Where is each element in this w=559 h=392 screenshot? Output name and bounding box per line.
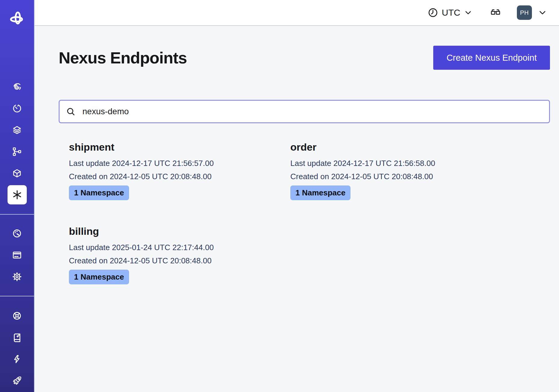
book-sparkles-icon — [12, 332, 22, 342]
endpoint-last-update: Last update 2025-01-24 UTC 22:17:44.00 — [69, 241, 290, 254]
labs-toggle-button[interactable] — [489, 7, 502, 18]
endpoint-card-billing[interactable]: billing Last update 2025-01-24 UTC 22:17… — [69, 225, 290, 284]
endpoint-name: order — [290, 141, 512, 153]
namespace-badge: 1 Namespace — [69, 270, 129, 284]
sidebar-divider — [0, 214, 34, 215]
temporal-logo-icon — [9, 11, 25, 26]
sidebar-item-graph[interactable] — [0, 141, 34, 162]
endpoint-last-update: Last update 2024-12-17 UTC 21:56:58.00 — [290, 157, 512, 170]
sidebar-item-rocket[interactable] — [0, 370, 34, 391]
sidebar-item-gauge[interactable] — [0, 222, 34, 244]
timer-icon — [12, 103, 22, 113]
sidebar-item-credit-card[interactable] — [0, 244, 34, 266]
sidebar-nav-help — [0, 305, 34, 391]
endpoint-search — [59, 100, 550, 123]
sidebar-item-book-sparkles[interactable] — [0, 326, 34, 348]
endpoint-name: shipment — [69, 141, 290, 153]
endpoint-card-grid: shipment Last update 2024-12-17 UTC 21:5… — [69, 141, 550, 284]
app-window: UTC PH — [0, 0, 559, 392]
clock-icon — [428, 8, 438, 18]
endpoint-name: billing — [69, 225, 290, 237]
graph-icon — [12, 147, 22, 157]
cube-icon — [12, 168, 22, 178]
layers-icon — [12, 125, 22, 135]
search-input[interactable] — [59, 100, 550, 123]
user-menu[interactable]: PH — [517, 5, 547, 20]
sidebar — [0, 0, 35, 392]
sidebar-active-tile — [8, 185, 27, 204]
gear-icon — [12, 272, 22, 282]
sidebar-item-gear[interactable] — [0, 266, 34, 287]
endpoint-created-on: Created on 2024-12-05 UTC 20:08:48.00 — [290, 170, 512, 183]
credit-card-icon — [12, 250, 22, 260]
life-ring-icon — [12, 311, 22, 321]
endpoint-card-order[interactable]: order Last update 2024-12-17 UTC 21:56:5… — [290, 141, 512, 200]
create-nexus-endpoint-button[interactable]: Create Nexus Endpoint — [433, 46, 550, 70]
namespace-badge: 1 Namespace — [290, 185, 351, 200]
sidebar-divider — [0, 296, 34, 296]
endpoint-created-on: Created on 2024-12-05 UTC 20:08:48.00 — [69, 254, 290, 267]
sidebar-item-layers[interactable] — [0, 119, 34, 141]
lightning-icon — [12, 354, 22, 364]
sidebar-nav-main — [0, 76, 34, 206]
chevron-down-icon — [538, 8, 547, 17]
logo-home-link[interactable] — [0, 0, 34, 37]
namespace-badge: 1 Namespace — [69, 185, 129, 200]
gauge-icon — [12, 228, 22, 238]
sidebar-item-life-ring[interactable] — [0, 305, 34, 326]
asterisk-icon — [11, 189, 23, 201]
avatar: PH — [517, 5, 532, 20]
page-title: Nexus Endpoints — [59, 48, 187, 67]
endpoint-created-on: Created on 2024-12-05 UTC 20:08:48.00 — [69, 170, 290, 183]
top-header: UTC PH — [35, 0, 559, 26]
sidebar-item-orbit[interactable] — [0, 76, 34, 97]
rocket-icon — [12, 376, 22, 386]
chevron-down-icon — [464, 8, 472, 17]
sidebar-item-cube[interactable] — [0, 162, 34, 184]
sidebar-nav-account — [0, 222, 34, 287]
sidebar-item-timer[interactable] — [0, 97, 34, 119]
sidebar-item-nexus[interactable] — [0, 184, 34, 206]
main-content: Nexus Endpoints Create Nexus Endpoint sh… — [35, 26, 559, 284]
timezone-label: UTC — [442, 8, 460, 18]
endpoint-last-update: Last update 2024-12-17 UTC 21:56:57.00 — [69, 157, 290, 170]
timezone-selector[interactable]: UTC — [428, 8, 472, 18]
glasses-icon — [489, 7, 502, 18]
sidebar-item-lightning[interactable] — [0, 348, 34, 370]
endpoint-card-shipment[interactable]: shipment Last update 2024-12-17 UTC 21:5… — [69, 141, 290, 200]
orbit-icon — [12, 82, 22, 92]
